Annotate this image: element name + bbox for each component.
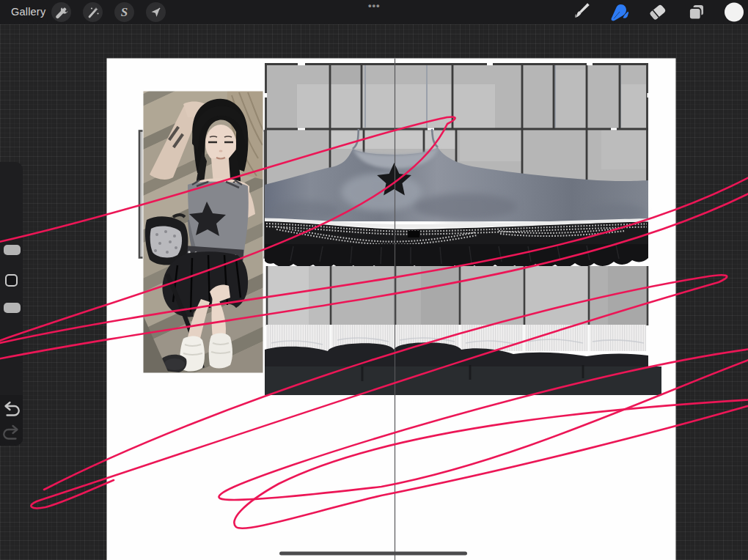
svg-text:S: S [121,5,128,19]
